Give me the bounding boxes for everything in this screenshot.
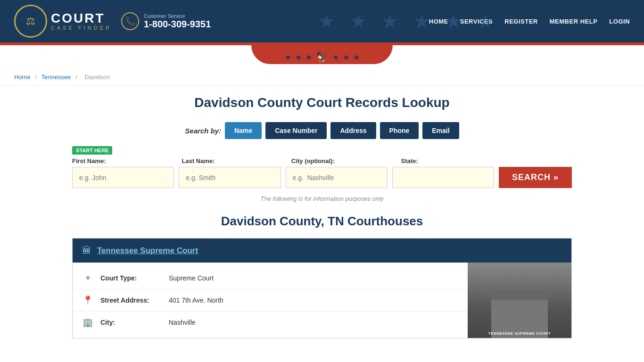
form-labels: First Name: Last Name: City (optional): … [72, 157, 572, 165]
star-6: ★ [353, 53, 360, 62]
courthouse-img-sim [468, 263, 571, 338]
court-type-label: Court Type: [100, 274, 162, 282]
search-by-row: Search by: Name Case Number Address Phon… [72, 122, 572, 139]
page-title: Davidson County Court Records Lookup [72, 95, 572, 110]
court-type-icon: ✦ [82, 273, 93, 283]
star-1: ★ [285, 53, 291, 62]
main-nav: HOME SERVICES REGISTER MEMBER HELP LOGIN [429, 18, 630, 25]
customer-service-label: Customer Service [144, 13, 211, 19]
breadcrumb: Home / Tennessee / Davidson [0, 69, 644, 86]
nav-member-help[interactable]: MEMBER HELP [550, 18, 598, 25]
tab-address[interactable]: Address [330, 122, 376, 139]
location-icon: 📍 [82, 295, 93, 305]
search-button[interactable]: SEARCH » [499, 167, 572, 188]
courthouse-image [468, 263, 571, 338]
court-type-row: ✦ Court Type: Supreme Court [73, 267, 468, 289]
info-note: The following is for information purpose… [72, 195, 572, 202]
breadcrumb-sep-2: / [75, 74, 79, 81]
header-left: ⚖ COURT CASE FINDER 📞 Customer Service 1… [14, 5, 211, 38]
courthouse-icon: 🏛 [82, 245, 91, 256]
logo-court-text: COURT [51, 12, 112, 25]
street-address-row: 📍 Street Address: 401 7th Ave. North [73, 289, 468, 312]
customer-service-phone: 1-800-309-9351 [144, 19, 211, 30]
last-name-label: Last Name: [182, 157, 287, 165]
city-detail-value: Nashville [169, 319, 196, 326]
logo-case-text: CASE FINDER [51, 25, 112, 31]
tab-case-number[interactable]: Case Number [265, 122, 327, 139]
site-header: ⚖ COURT CASE FINDER 📞 Customer Service 1… [0, 0, 644, 42]
breadcrumb-county: Davidson [84, 74, 110, 81]
nav-home[interactable]: HOME [429, 18, 448, 25]
first-name-input[interactable] [72, 167, 174, 188]
customer-service: 📞 Customer Service 1-800-309-9351 [121, 12, 211, 30]
courthouse-card: 🏛 Tennessee Supreme Court ✦ Court Type: … [72, 238, 572, 338]
star-3: ★ [305, 53, 312, 62]
nav-register[interactable]: REGISTER [504, 18, 537, 25]
form-inputs: Tennessee SEARCH » [72, 167, 572, 188]
courthouse-header: 🏛 Tennessee Supreme Court [73, 239, 571, 263]
star-4: ★ [332, 53, 339, 62]
courthouse-name-link[interactable]: Tennessee Supreme Court [97, 246, 198, 255]
star-2: ★ [295, 53, 302, 62]
breadcrumb-sep-1: / [35, 74, 38, 81]
tab-phone[interactable]: Phone [380, 122, 419, 139]
search-form: START HERE First Name: Last Name: City (… [72, 146, 572, 188]
breadcrumb-state[interactable]: Tennessee [41, 74, 71, 81]
city-detail-label: City: [100, 319, 162, 326]
city-row: 🏢 City: Nashville [73, 312, 468, 333]
logo-area: ⚖ COURT CASE FINDER [14, 5, 112, 38]
state-label: State: [401, 157, 506, 165]
city-input[interactable] [286, 167, 388, 188]
eagle-stars-row: ★ ★ ★ 🦅 ★ ★ ★ [285, 47, 360, 67]
courthouses-title: Davidson County, TN Courthouses [72, 214, 572, 229]
start-here-badge: START HERE [72, 146, 112, 155]
first-name-label: First Name: [72, 157, 177, 165]
tab-email[interactable]: Email [422, 122, 459, 139]
courthouse-body: ✦ Court Type: Supreme Court 📍 Street Add… [73, 263, 571, 338]
customer-service-text: Customer Service 1-800-309-9351 [144, 13, 211, 30]
star-5: ★ [343, 53, 349, 62]
logo-icon: ⚖ [14, 5, 47, 38]
phone-icon: 📞 [121, 12, 139, 30]
main-content: Davidson County Court Records Lookup Sea… [63, 86, 581, 357]
nav-services[interactable]: SERVICES [460, 18, 493, 25]
eagle-icon: 🦅 [316, 51, 329, 63]
court-type-value: Supreme Court [169, 274, 214, 282]
courthouse-details: ✦ Court Type: Supreme Court 📍 Street Add… [73, 263, 468, 338]
eagle-banner: ★ ★ ★ 🦅 ★ ★ ★ [0, 45, 644, 69]
nav-login[interactable]: LOGIN [609, 18, 630, 25]
breadcrumb-home[interactable]: Home [14, 74, 31, 81]
search-by-label: Search by: [185, 127, 221, 135]
street-address-value: 401 7th Ave. North [169, 296, 223, 304]
state-input[interactable]: Tennessee [392, 167, 494, 188]
logo-text: COURT CASE FINDER [51, 12, 112, 31]
street-address-label: Street Address: [100, 296, 162, 304]
city-label: City (optional): [291, 157, 396, 165]
last-name-input[interactable] [179, 167, 281, 188]
city-icon: 🏢 [82, 317, 93, 328]
tab-name[interactable]: Name [225, 122, 262, 139]
